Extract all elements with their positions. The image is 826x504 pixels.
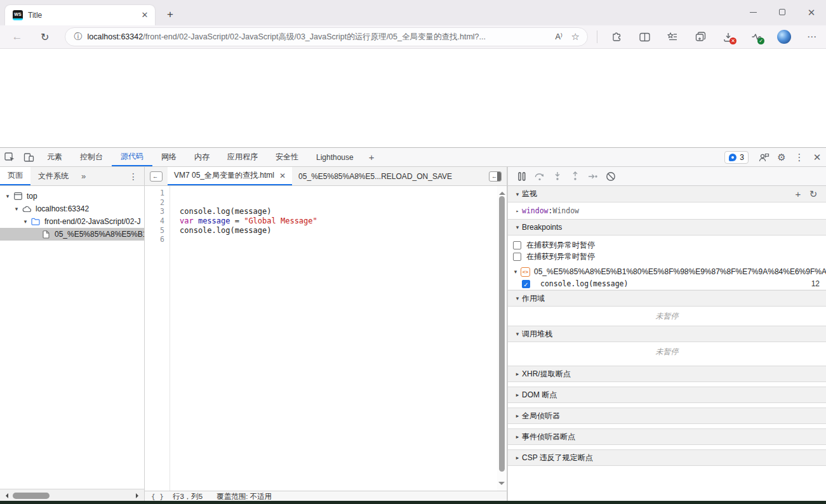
chevron-down-icon[interactable]: ▾ bbox=[13, 206, 20, 212]
devtools-close-icon[interactable]: ✕ bbox=[808, 149, 826, 166]
section-event-listener-breakpoints[interactable]: ▸ 事件侦听器断点 bbox=[508, 428, 826, 445]
watch-expression-row[interactable]: ▸ window: Window bbox=[508, 202, 826, 219]
more-tabs-chevron-icon[interactable]: » bbox=[76, 171, 91, 181]
scroll-up-icon[interactable] bbox=[499, 189, 505, 195]
tree-item-folder[interactable]: ▾ front-end/02-JavaScript/02-J bbox=[0, 215, 144, 228]
tab-memory[interactable]: 内存 bbox=[185, 148, 218, 166]
devtools-more-icon[interactable]: ⋮ bbox=[790, 149, 808, 166]
browser-tabstrip: WS Title ✕ + ✕ bbox=[0, 0, 826, 25]
inspect-element-icon[interactable] bbox=[0, 149, 19, 166]
deactivate-breakpoints-icon[interactable] bbox=[602, 169, 620, 184]
chevron-down-icon[interactable]: ▾ bbox=[22, 218, 29, 225]
editor-tab-2[interactable]: 05_%E5%85%A8%E5...RELOAD_ON_SAVE bbox=[292, 167, 458, 185]
section-csp-violation-breakpoints[interactable]: ▸ CSP 违反了规定断点 bbox=[508, 449, 826, 466]
window-minimize-button[interactable] bbox=[738, 0, 768, 24]
new-tab-button[interactable]: + bbox=[163, 8, 178, 23]
split-screen-icon[interactable] bbox=[634, 27, 655, 46]
checkbox-unchecked[interactable] bbox=[513, 253, 521, 261]
address-bar[interactable]: ⓘ localhost:63342 /front-end/02-JavaScri… bbox=[65, 27, 588, 46]
tab-console[interactable]: 控制台 bbox=[71, 148, 112, 166]
coverage-status: 覆盖范围: 不适用 bbox=[216, 492, 272, 501]
checkbox-unchecked[interactable] bbox=[513, 241, 521, 249]
section-callstack[interactable]: ▾ 调用堆栈 bbox=[508, 326, 826, 342]
navigator-hscrollbar[interactable] bbox=[0, 489, 144, 501]
tree-item-file-selected[interactable]: 05_%E5%85%A8%E5%B1% bbox=[0, 228, 144, 241]
downloads-icon[interactable]: ✕ bbox=[717, 27, 739, 46]
editor-vscrollbar[interactable] bbox=[497, 186, 507, 491]
extensions-icon[interactable] bbox=[606, 27, 627, 46]
scroll-down-icon[interactable] bbox=[498, 482, 505, 488]
browser-essentials-icon[interactable]: ✓ bbox=[745, 27, 767, 46]
section-xhr-breakpoints[interactable]: ▸ XHR/提取断点 bbox=[508, 366, 826, 382]
code-line-2[interactable] bbox=[171, 198, 496, 208]
window-maximize-button[interactable] bbox=[768, 0, 797, 24]
favorite-star-icon[interactable]: ☆ bbox=[571, 31, 580, 43]
section-global-listeners[interactable]: ▸ 全局侦听器 bbox=[508, 408, 826, 424]
browser-tab[interactable]: WS Title ✕ bbox=[5, 5, 155, 25]
tab-elements[interactable]: 元素 bbox=[38, 148, 71, 166]
section-watch[interactable]: ▾ 监视 + ↻ bbox=[508, 186, 826, 202]
chevron-down-icon[interactable]: ▾ bbox=[512, 269, 519, 275]
line-number-gutter[interactable]: 1 2 3 4 5 6 bbox=[145, 186, 170, 491]
show-debugger-icon[interactable]: ← bbox=[489, 171, 502, 182]
hide-navigator-icon[interactable]: ← bbox=[150, 171, 163, 182]
tab-lighthouse[interactable]: Lighthouse bbox=[307, 148, 363, 166]
step-into-icon[interactable] bbox=[549, 169, 566, 184]
code-line-4[interactable]: var message = "Global Message" bbox=[171, 216, 496, 226]
checkbox-checked[interactable]: ✓ bbox=[522, 280, 530, 288]
breakpoint-file-group[interactable]: ▾ <> 05_%E5%85%A8%E5%B1%80%E5%8F%98%E9%8… bbox=[508, 265, 826, 278]
collections-icon[interactable] bbox=[689, 27, 711, 46]
device-toolbar-icon[interactable] bbox=[19, 149, 38, 166]
section-dom-breakpoints[interactable]: ▸ DOM 断点 bbox=[508, 387, 826, 403]
tab-close-icon[interactable]: ✕ bbox=[140, 10, 150, 20]
editor-statusbar: { } 行3，列5 覆盖范围: 不适用 bbox=[145, 491, 507, 501]
tree-item-host[interactable]: ▾ localhost:63342 bbox=[0, 202, 144, 215]
favorites-hub-icon[interactable] bbox=[662, 27, 683, 46]
profile-avatar[interactable] bbox=[773, 27, 795, 46]
devtools-settings-icon[interactable]: ⚙ bbox=[773, 149, 790, 166]
editor-tab-close-icon[interactable]: ✕ bbox=[279, 171, 286, 180]
pause-on-caught-exceptions-row[interactable]: 在捕获到异常时暂停 bbox=[508, 251, 826, 262]
pause-icon[interactable] bbox=[513, 169, 531, 184]
devtools-more-tabs-button[interactable]: + bbox=[363, 152, 381, 162]
step-out-icon[interactable] bbox=[566, 169, 584, 184]
chevron-right-icon[interactable]: ▸ bbox=[513, 208, 522, 214]
editor-tab-active[interactable]: VM7 05_全局变量的查找.html ✕ bbox=[168, 167, 292, 185]
section-scope[interactable]: ▾ 作用域 bbox=[508, 290, 826, 307]
tab-application[interactable]: 应用程序 bbox=[218, 148, 267, 166]
code-editor[interactable]: 1 2 3 4 5 6 console.log(message) var mes… bbox=[145, 186, 507, 491]
section-breakpoints[interactable]: ▾ Breakpoints bbox=[508, 219, 826, 235]
pretty-print-icon[interactable]: { } bbox=[151, 493, 164, 501]
code-line-3[interactable]: console.log(message) bbox=[171, 207, 496, 216]
tab-network[interactable]: 网络 bbox=[152, 148, 185, 166]
refresh-button[interactable]: ↻ bbox=[36, 27, 55, 46]
read-aloud-icon[interactable]: A) bbox=[556, 32, 563, 41]
scrollbar-thumb[interactable] bbox=[499, 196, 505, 472]
tree-item-top[interactable]: ▾ top bbox=[0, 190, 144, 202]
code-pane[interactable]: console.log(message) var message = "Glob… bbox=[171, 186, 496, 491]
site-info-icon[interactable]: ⓘ bbox=[74, 31, 83, 43]
feedback-icon[interactable] bbox=[755, 149, 773, 166]
code-line-5[interactable]: console.log(message) bbox=[171, 226, 496, 235]
code-line-6[interactable] bbox=[171, 235, 496, 244]
scrollbar-thumb[interactable] bbox=[13, 493, 50, 499]
step-over-icon[interactable] bbox=[531, 169, 549, 184]
tab-page[interactable]: 页面 bbox=[0, 167, 30, 185]
tab-security[interactable]: 安全性 bbox=[267, 148, 307, 166]
back-button[interactable]: ← bbox=[8, 27, 27, 46]
tab-sources[interactable]: 源代码 bbox=[112, 148, 152, 166]
browser-more-icon[interactable]: ⋯ bbox=[801, 27, 823, 46]
scroll-left-icon[interactable] bbox=[3, 493, 8, 498]
add-watch-icon[interactable]: + bbox=[790, 189, 806, 199]
pause-on-exceptions-row[interactable]: 在捕获到异常时暂停 bbox=[508, 239, 826, 251]
window-close-button[interactable]: ✕ bbox=[797, 0, 826, 24]
navigator-menu-icon[interactable]: ⋮ bbox=[123, 171, 144, 182]
issues-counter[interactable]: 3 bbox=[724, 151, 749, 164]
step-icon[interactable] bbox=[584, 169, 602, 184]
chevron-down-icon[interactable]: ▾ bbox=[4, 193, 11, 199]
breakpoint-entry-row[interactable]: ✓ console.log(message) 12 bbox=[508, 278, 826, 290]
refresh-watch-icon[interactable]: ↻ bbox=[806, 189, 821, 200]
tab-filesystem[interactable]: 文件系统 bbox=[30, 167, 76, 185]
scroll-right-icon[interactable] bbox=[136, 493, 141, 498]
code-line-1[interactable] bbox=[171, 189, 496, 198]
